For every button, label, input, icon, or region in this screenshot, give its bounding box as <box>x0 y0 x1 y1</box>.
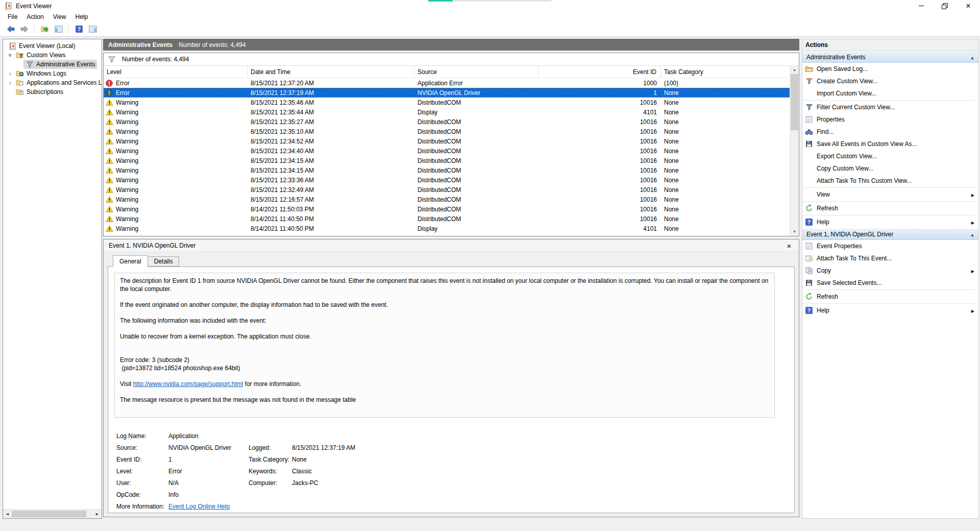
description-line <box>120 341 769 349</box>
chevron-up-icon[interactable] <box>970 231 974 238</box>
column-header-task-category[interactable]: Task Category <box>661 66 790 78</box>
action-item-label: Help <box>817 307 829 314</box>
action-help[interactable]: ?Help <box>802 304 978 317</box>
scrollbar-thumb[interactable] <box>791 74 798 130</box>
action-import-custom-view[interactable]: Import Custom View... <box>802 87 978 100</box>
tab-details[interactable]: Details <box>148 256 180 267</box>
tree-item-windows-logs[interactable]: Windows Logs <box>3 69 102 78</box>
column-header-source[interactable]: Source <box>414 66 538 78</box>
column-header-level[interactable]: Level <box>104 66 248 78</box>
event-row[interactable]: Warning8/15/2021 12:34:15 AMDistributedC… <box>104 165 790 175</box>
level-cell: Warning <box>104 166 248 175</box>
chevron-collapsed-icon[interactable] <box>6 78 14 87</box>
action-filter-current-custom-view[interactable]: Filter Current Custom View... <box>802 101 978 113</box>
menu-action[interactable]: Action <box>22 12 48 22</box>
column-header-event-id[interactable]: Event ID <box>538 66 661 78</box>
menu-help[interactable]: Help <box>71 12 93 22</box>
event-row[interactable]: Warning8/15/2021 12:32:49 AMDistributedC… <box>104 185 790 195</box>
source-cell: DistributedCOM <box>414 206 538 213</box>
actions-section-administrative-events[interactable]: Administrative Events <box>802 51 978 63</box>
scroll-right-button[interactable] <box>93 510 102 518</box>
toolbar-button-action-pane[interactable] <box>86 23 99 35</box>
action-export-custom-view[interactable]: Export Custom View... <box>802 150 978 162</box>
toolbar-button-folder-arrow[interactable] <box>38 23 51 35</box>
date-cell: 8/15/2021 12:34:15 AM <box>248 157 414 164</box>
tree-item-event-viewer-local[interactable]: Event Viewer (Local) <box>3 41 102 51</box>
toolbar-button-back[interactable] <box>4 23 17 35</box>
event-row[interactable]: Warning8/15/2021 12:35:44 AMDisplay4101N… <box>104 107 790 117</box>
tab-general[interactable]: General <box>113 255 148 267</box>
field-value: NVIDIA OpenGL Driver <box>168 444 249 451</box>
close-button[interactable] <box>957 0 980 12</box>
action-attach-task-to-this-event[interactable]: Attach Task To This Event... <box>802 252 978 264</box>
action-event-properties[interactable]: Event Properties <box>802 240 978 252</box>
separator <box>802 303 975 304</box>
action-attach-task-to-this-custom-view[interactable]: Attach Task To This Custom View... <box>802 175 978 187</box>
scroll-left-button[interactable] <box>3 510 12 518</box>
event-row[interactable]: Warning8/15/2021 12:16:57 AMDistributedC… <box>104 195 790 204</box>
scroll-up-button[interactable] <box>790 65 799 74</box>
description-line: The description for Event ID 1 from sour… <box>120 277 769 293</box>
close-preview-button[interactable] <box>785 242 794 250</box>
action-save-all-events-in-custom-view-as[interactable]: Save All Events in Custom View As... <box>802 138 978 150</box>
tree-item-custom-views[interactable]: Custom Views <box>3 51 102 60</box>
field-value: Error <box>168 468 249 475</box>
event-row[interactable]: Error8/15/2021 12:37:20 AMApplication Er… <box>104 78 790 88</box>
action-item-label: Attach Task To This Custom View... <box>817 177 912 184</box>
description-line: Unable to recover from a kernel exceptio… <box>120 333 769 341</box>
action-find[interactable]: Find... <box>802 126 978 138</box>
minimize-button[interactable] <box>910 0 933 12</box>
toolbar-button-help[interactable]: ? <box>72 23 85 35</box>
event-row[interactable]: Warning8/14/2021 11:40:50 PMDistributedC… <box>104 214 790 224</box>
restore-button[interactable] <box>933 0 957 12</box>
scrollbar-thumb[interactable] <box>12 511 86 517</box>
action-view[interactable]: View <box>802 188 978 201</box>
event-row[interactable]: Warning8/15/2021 12:35:27 AMDistributedC… <box>104 117 790 127</box>
toolbar-button-forward[interactable] <box>18 23 31 35</box>
action-copy-custom-view[interactable]: Copy Custom View... <box>802 162 978 175</box>
chevron-collapsed-icon[interactable] <box>6 69 14 78</box>
field-row: OpCode:Info <box>116 489 774 500</box>
event-row[interactable]: Warning8/15/2021 12:33:36 AMDistributedC… <box>104 175 790 185</box>
chevron-expanded-icon[interactable] <box>6 51 14 60</box>
tree-item-subscriptions[interactable]: Subscriptions <box>3 87 102 96</box>
event-row[interactable]: Warning8/14/2021 11:40:50 PMDisplay4101N… <box>104 224 790 233</box>
event-row[interactable]: Warning8/15/2021 12:35:10 AMDistributedC… <box>104 127 790 136</box>
tree-item-administrative-events[interactable]: Administrative Events <box>3 60 102 69</box>
event-row[interactable]: Warning8/14/2021 11:50:03 PMDistributedC… <box>104 204 790 214</box>
toolbar: ? <box>0 22 980 37</box>
column-header-date-and-time[interactable]: Date and Time <box>248 66 414 78</box>
tree-item-applications-and-services-lo[interactable]: Applications and Services Lo <box>3 78 102 87</box>
actions-section-event-1-nvidia-opengl-driver[interactable]: Event 1, NVIDIA OpenGL Driver <box>802 228 978 240</box>
scroll-down-button[interactable] <box>790 227 799 236</box>
action-copy[interactable]: Copy <box>802 264 978 277</box>
menubar: FileActionViewHelp <box>0 12 980 22</box>
toolbar-button-console-tree[interactable] <box>52 23 65 35</box>
console-tree: Event Viewer (Local)Custom ViewsAdminist… <box>3 39 102 96</box>
menu-view[interactable]: View <box>48 12 71 22</box>
action-save-selected-events[interactable]: Save Selected Events... <box>802 277 978 289</box>
action-properties[interactable]: Properties <box>802 113 978 126</box>
chevron-up-icon[interactable] <box>970 54 974 61</box>
action-create-custom-view[interactable]: Create Custom View... <box>802 75 978 87</box>
action-item-label: Save Selected Events... <box>817 279 881 286</box>
event-fields: Log Name:ApplicationSource:NVIDIA OpenGL… <box>114 430 774 512</box>
event-row[interactable]: Warning8/15/2021 12:34:15 AMDistributedC… <box>104 156 790 165</box>
event-row[interactable]: Warning8/15/2021 12:35:46 AMDistributedC… <box>104 98 790 107</box>
event-log-online-help-link[interactable]: Event Log Online Help <box>168 503 230 510</box>
titlebar: Event Viewer <box>0 0 980 12</box>
menu-file[interactable]: File <box>3 12 22 22</box>
submenu-arrow-icon <box>971 307 974 314</box>
action-refresh[interactable]: Refresh <box>802 202 978 214</box>
task-category-cell: None <box>661 109 790 116</box>
action-open-saved-log[interactable]: Open Saved Log... <box>802 63 978 75</box>
action-help[interactable]: ?Help <box>802 216 978 228</box>
field-label: Logged: <box>249 444 292 451</box>
event-row[interactable]: Warning8/15/2021 12:34:52 AMDistributedC… <box>104 136 790 146</box>
nvidia-support-link[interactable]: http://www.nvidia.com/page/support.html <box>133 380 243 388</box>
event-row[interactable]: Warning8/15/2021 12:34:40 AMDistributedC… <box>104 146 790 156</box>
date-cell: 8/15/2021 12:34:52 AM <box>248 138 414 145</box>
action-refresh[interactable]: Refresh <box>802 291 978 303</box>
save-icon <box>804 279 814 286</box>
event-row[interactable]: Error8/15/2021 12:37:19 AMNVIDIA OpenGL … <box>104 88 790 98</box>
